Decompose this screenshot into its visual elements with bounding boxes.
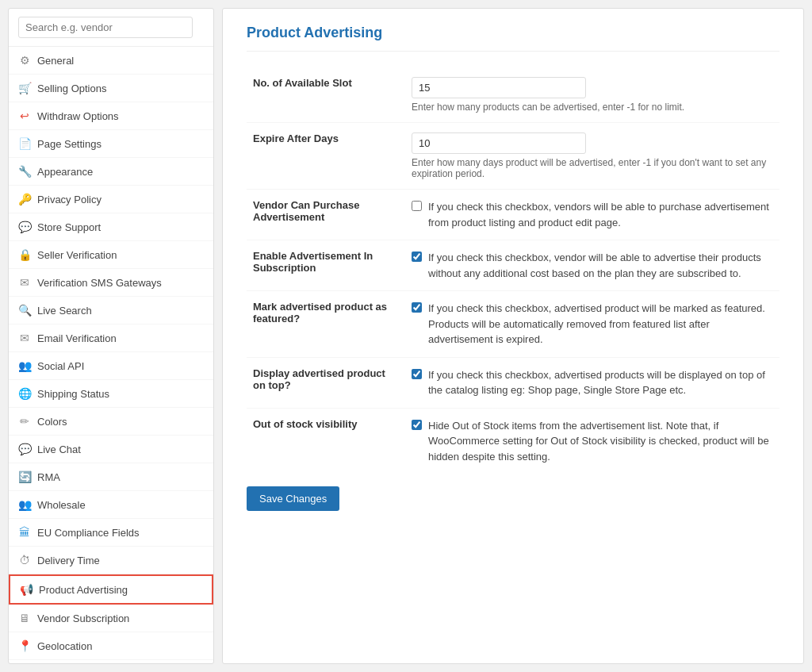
field-value-enable-advertisement: If you check this checkbox, vendor will … [405,240,779,291]
page-title: Product Advertising [247,25,779,52]
social-api-icon: 👥 [18,359,31,372]
field-value-mark-featured: If you check this checkbox, advertised p… [405,291,779,358]
sidebar-item-vendor-subscription[interactable]: 🖥Vendor Subscription [9,605,213,632]
seller-verification-icon: 🔒 [18,248,31,261]
field-value-vendor-purchase: If you check this checkbox, vendors will… [405,190,779,240]
search-input[interactable] [18,17,193,38]
field-label-expire-days: Expire After Days [247,123,405,190]
sidebar-item-privacy-policy[interactable]: 🔑Privacy Policy [9,186,213,213]
form-row-expire-days: Expire After DaysEnter how many days pro… [247,123,779,190]
sidebar-item-rma[interactable]: 🔄RMA [9,463,213,491]
checkbox-enable-advertisement[interactable] [412,252,422,262]
sidebar-item-delivery-time[interactable]: ⏱Delivery Time [9,547,213,574]
checkbox-label-mark-featured: If you check this checkbox, advertised p… [428,301,773,348]
appearance-icon: 🔧 [18,165,31,178]
sidebar-item-label-email-verification: Email Verification [37,332,117,344]
sidebar-item-label-seller-verification: Seller Verification [37,249,117,261]
sidebar-item-label-wholesale: Wholesale [37,499,86,511]
delivery-time-icon: ⏱ [18,554,31,566]
checkbox-display-on-top[interactable] [412,369,422,379]
sidebar-item-withdraw-options[interactable]: ↩Withdraw Options [9,102,213,130]
privacy-policy-icon: 🔑 [18,193,31,205]
sidebar-item-selling-options[interactable]: 🛒Selling Options [9,75,213,102]
checkbox-label-enable-advertisement: If you check this checkbox, vendor will … [428,250,773,281]
sidebar-item-label-withdraw-options: Withdraw Options [37,110,119,122]
sidebar-item-seller-verification[interactable]: 🔒Seller Verification [9,241,213,269]
verification-sms-icon: ✉ [18,276,31,289]
main-content: Product Advertising No. of Available Slo… [222,8,804,664]
sidebar-item-social-api[interactable]: 👥Social API [9,352,213,380]
field-value-display-on-top: If you check this checkbox, advertised p… [405,357,779,408]
form-row-enable-advertisement: Enable Advertisement In SubscriptionIf y… [247,240,779,291]
sidebar-search-container [9,9,213,47]
sidebar-item-live-search[interactable]: 🔍Live Search [9,297,213,324]
sidebar-item-email-verification[interactable]: ✉Email Verification [9,324,213,352]
sidebar-item-label-eu-compliance: EU Compliance Fields [37,527,140,539]
checkbox-mark-featured[interactable] [412,302,422,313]
checkbox-label-display-on-top: If you check this checkbox, advertised p… [428,367,773,398]
input-available-slot[interactable] [412,77,586,98]
sidebar-item-label-product-advertising: Product Advertising [39,584,128,596]
settings-form: No. of Available SlotEnter how many prod… [247,67,779,474]
withdraw-options-icon: ↩ [18,109,31,122]
store-support-icon: 💬 [18,221,31,233]
field-label-available-slot: No. of Available Slot [247,67,405,123]
sidebar-item-label-shipping-status: Shipping Status [37,388,109,400]
field-label-mark-featured: Mark advertised product as featured? [247,291,405,358]
sidebar-item-label-store-support: Store Support [37,221,101,233]
sidebar-item-label-general: General [37,55,74,67]
sidebar-item-page-settings[interactable]: 📄Page Settings [9,130,213,158]
sidebar-item-label-geolocation: Geolocation [37,640,92,652]
sidebar-item-geolocation[interactable]: 📍Geolocation [9,632,213,660]
sidebar-item-verification-sms[interactable]: ✉Verification SMS Gateways [9,269,213,297]
sidebar-item-shipping-status[interactable]: 🌐Shipping Status [9,380,213,408]
form-row-available-slot: No. of Available SlotEnter how many prod… [247,67,779,123]
checkbox-label-vendor-purchase: If you check this checkbox, vendors will… [428,199,773,230]
sidebar-item-label-selling-options: Selling Options [37,83,106,94]
sidebar-item-label-live-chat: Live Chat [37,444,81,455]
product-advertising-icon: 📢 [20,583,33,596]
field-value-available-slot: Enter how many products can be advertise… [405,67,779,123]
sidebar-item-label-live-search: Live Search [37,305,92,317]
eu-compliance-icon: 🏛 [18,526,31,539]
rma-icon: 🔄 [18,470,31,483]
checkbox-vendor-purchase[interactable] [412,201,422,211]
field-desc-expire-days: Enter how many days product will be adve… [412,157,773,179]
sidebar-item-live-chat[interactable]: 💬Live Chat [9,436,213,463]
sidebar-nav: ⚙General🛒Selling Options↩Withdraw Option… [9,47,213,660]
page-settings-icon: 📄 [18,137,31,150]
colors-icon: ✏ [18,415,31,428]
sidebar-item-colors[interactable]: ✏Colors [9,408,213,436]
sidebar-item-label-colors: Colors [37,416,67,428]
checkbox-out-of-stock[interactable] [412,420,422,430]
field-label-out-of-stock: Out of stock visibility [247,408,405,474]
vendor-subscription-icon: 🖥 [18,612,31,624]
sidebar-item-label-privacy-policy: Privacy Policy [37,194,102,205]
sidebar-item-eu-compliance[interactable]: 🏛EU Compliance Fields [9,519,213,547]
checkbox-label-out-of-stock: Hide Out of Stock items from the adverti… [428,418,773,465]
sidebar-item-label-delivery-time: Delivery Time [37,555,100,566]
sidebar-item-general[interactable]: ⚙General [9,47,213,75]
selling-options-icon: 🛒 [18,82,31,94]
sidebar-item-appearance[interactable]: 🔧Appearance [9,158,213,186]
field-label-vendor-purchase: Vendor Can Purchase Advertisement [247,190,405,240]
general-icon: ⚙ [18,54,31,67]
sidebar-item-label-page-settings: Page Settings [37,138,102,150]
sidebar-item-label-verification-sms: Verification SMS Gateways [37,277,162,289]
sidebar-item-label-rma: RMA [37,471,60,483]
shipping-status-icon: 🌐 [18,387,31,400]
field-value-out-of-stock: Hide Out of Stock items from the adverti… [405,408,779,474]
sidebar-item-label-vendor-subscription: Vendor Subscription [37,612,129,624]
input-expire-days[interactable] [412,132,586,154]
save-button[interactable]: Save Changes [247,486,339,511]
sidebar-item-wholesale[interactable]: 👥Wholesale [9,491,213,519]
field-value-expire-days: Enter how many days product will be adve… [405,123,779,190]
sidebar: ⚙General🛒Selling Options↩Withdraw Option… [8,8,214,664]
field-desc-available-slot: Enter how many products can be advertise… [412,102,773,113]
field-label-enable-advertisement: Enable Advertisement In Subscription [247,240,405,291]
sidebar-item-product-advertising[interactable]: 📢Product Advertising [9,574,213,605]
sidebar-item-store-support[interactable]: 💬Store Support [9,213,213,241]
email-verification-icon: ✉ [18,332,31,344]
form-row-display-on-top: Display advertised product on top?If you… [247,357,779,408]
live-chat-icon: 💬 [18,443,31,455]
